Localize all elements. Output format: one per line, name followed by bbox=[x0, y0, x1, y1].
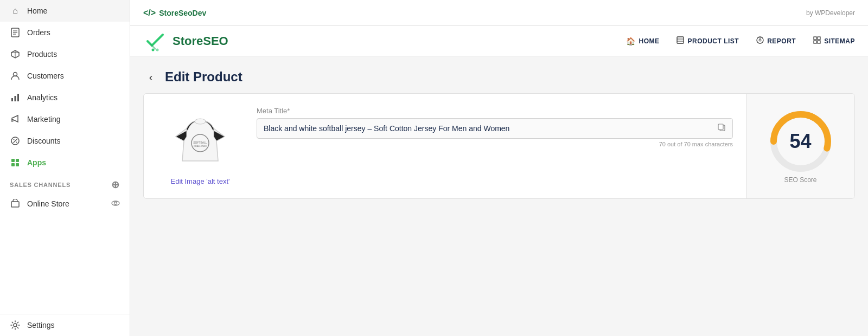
topbar-by: by WPDeveloper bbox=[806, 9, 855, 17]
code-icon: </> bbox=[143, 8, 156, 18]
svg-point-20 bbox=[114, 202, 117, 204]
page-title-row: ‹ Edit Product bbox=[143, 69, 855, 85]
meta-title-label: Meta Title* bbox=[257, 107, 733, 115]
sidebar-item-home[interactable]: ⌂ Home bbox=[0, 0, 130, 22]
seo-score-panel: 54 SEO Score bbox=[746, 94, 854, 198]
topbar: </> StoreSeoDev by WPDeveloper bbox=[130, 0, 868, 26]
discounts-icon bbox=[10, 135, 21, 146]
page-title: Edit Product bbox=[165, 69, 242, 85]
sales-channels-section: SALES CHANNELS ⊕ bbox=[0, 173, 130, 193]
svg-point-24 bbox=[156, 48, 159, 51]
svg-point-21 bbox=[14, 324, 17, 327]
sidebar-bottom: Settings bbox=[0, 314, 130, 336]
product-image: SOFTBALL CHALLENGE bbox=[168, 107, 233, 172]
plugin-nav-home-icon: 🏠 bbox=[626, 37, 636, 46]
svg-rect-9 bbox=[17, 94, 19, 101]
seo-score-donut: 54 bbox=[768, 109, 833, 174]
plugin-nav-sitemap[interactable]: SITEMAP bbox=[813, 34, 855, 48]
plugin-header: StoreSEO 🏠 HOME PRODUCT LIST REPORT bbox=[130, 26, 868, 56]
svg-rect-15 bbox=[16, 159, 19, 162]
online-store-visibility-icon[interactable] bbox=[111, 199, 120, 209]
product-edit-card: SOFTBALL CHALLENGE Edit Image 'alt text'… bbox=[143, 93, 855, 199]
svg-point-13 bbox=[16, 142, 17, 143]
svg-rect-17 bbox=[16, 163, 19, 166]
sidebar-item-marketing[interactable]: Marketing bbox=[0, 108, 130, 130]
svg-rect-32 bbox=[818, 37, 820, 40]
product-image-area: SOFTBALL CHALLENGE Edit Image 'alt text' bbox=[157, 107, 244, 185]
storeseo-logo-icon bbox=[143, 29, 167, 53]
svg-rect-18 bbox=[11, 202, 19, 207]
meta-title-input[interactable] bbox=[264, 124, 713, 133]
orders-icon bbox=[10, 27, 21, 38]
plugin-nav-report[interactable]: REPORT bbox=[756, 34, 796, 48]
marketing-icon bbox=[10, 114, 21, 125]
plugin-nav-sitemap-icon bbox=[813, 36, 821, 46]
edit-alt-text-link[interactable]: Edit Image 'alt text' bbox=[170, 177, 229, 185]
plugin-nav-home[interactable]: 🏠 HOME bbox=[626, 35, 660, 48]
seo-score-number: 54 bbox=[789, 130, 811, 153]
svg-point-35 bbox=[195, 119, 206, 124]
meta-title-copy-icon[interactable] bbox=[717, 123, 726, 134]
plugin-title: StoreSEO bbox=[173, 34, 228, 48]
svg-rect-31 bbox=[814, 37, 816, 40]
apps-icon bbox=[10, 157, 21, 168]
sidebar-item-apps[interactable]: Apps bbox=[0, 152, 130, 173]
tshirt-image: SOFTBALL CHALLENGE bbox=[170, 109, 230, 169]
sidebar-item-discounts[interactable]: Discounts bbox=[0, 130, 130, 152]
online-store-icon bbox=[10, 198, 21, 209]
svg-rect-33 bbox=[814, 41, 816, 43]
topbar-brand: </> StoreSeoDev bbox=[143, 8, 206, 18]
sidebar-item-online-store[interactable]: Online Store bbox=[0, 193, 130, 215]
back-button[interactable]: ‹ bbox=[143, 69, 158, 85]
svg-point-29 bbox=[759, 39, 761, 41]
card-left: SOFTBALL CHALLENGE Edit Image 'alt text'… bbox=[144, 94, 746, 198]
svg-point-12 bbox=[14, 139, 15, 140]
products-icon bbox=[10, 49, 21, 60]
plugin-nav: 🏠 HOME PRODUCT LIST REPORT SITEMAP bbox=[626, 34, 855, 48]
svg-point-23 bbox=[152, 48, 155, 51]
main-content: </> StoreSeoDev by WPDeveloper StoreSEO bbox=[130, 0, 868, 336]
svg-rect-40 bbox=[718, 124, 723, 130]
settings-icon bbox=[10, 320, 21, 331]
sidebar-item-products[interactable]: Products bbox=[0, 43, 130, 65]
analytics-icon bbox=[10, 92, 21, 103]
customers-icon bbox=[10, 70, 21, 81]
content-area: ‹ Edit Product bbox=[130, 56, 868, 336]
svg-rect-8 bbox=[15, 96, 16, 101]
seo-score-label: SEO Score bbox=[784, 176, 816, 184]
sidebar-item-customers[interactable]: Customers bbox=[0, 65, 130, 87]
product-form: Meta Title* 70 out of 70 max characters bbox=[257, 107, 733, 185]
plugin-nav-product-list-icon bbox=[676, 36, 684, 46]
sidebar-item-analytics[interactable]: Analytics bbox=[0, 87, 130, 108]
svg-rect-34 bbox=[818, 41, 820, 43]
home-icon: ⌂ bbox=[10, 5, 21, 16]
sidebar-item-orders[interactable]: Orders bbox=[0, 22, 130, 43]
svg-rect-14 bbox=[11, 159, 15, 162]
plugin-logo: StoreSEO bbox=[143, 29, 228, 53]
sidebar: ⌂ Home Orders Products Customers Analyti… bbox=[0, 0, 130, 336]
meta-title-hint: 70 out of 70 max characters bbox=[257, 141, 733, 147]
plugin-nav-report-icon bbox=[756, 36, 764, 46]
svg-rect-16 bbox=[11, 163, 15, 166]
add-sales-channel-icon[interactable]: ⊕ bbox=[111, 179, 120, 191]
svg-rect-7 bbox=[11, 98, 13, 101]
meta-title-input-row bbox=[257, 118, 733, 139]
sidebar-item-settings[interactable]: Settings bbox=[0, 314, 130, 336]
svg-text:SOFTBALL: SOFTBALL bbox=[193, 141, 207, 144]
score-center: 54 bbox=[789, 130, 811, 153]
svg-rect-25 bbox=[677, 37, 684, 43]
svg-text:CHALLENGE: CHALLENGE bbox=[194, 145, 207, 147]
plugin-nav-product-list[interactable]: PRODUCT LIST bbox=[676, 34, 739, 48]
